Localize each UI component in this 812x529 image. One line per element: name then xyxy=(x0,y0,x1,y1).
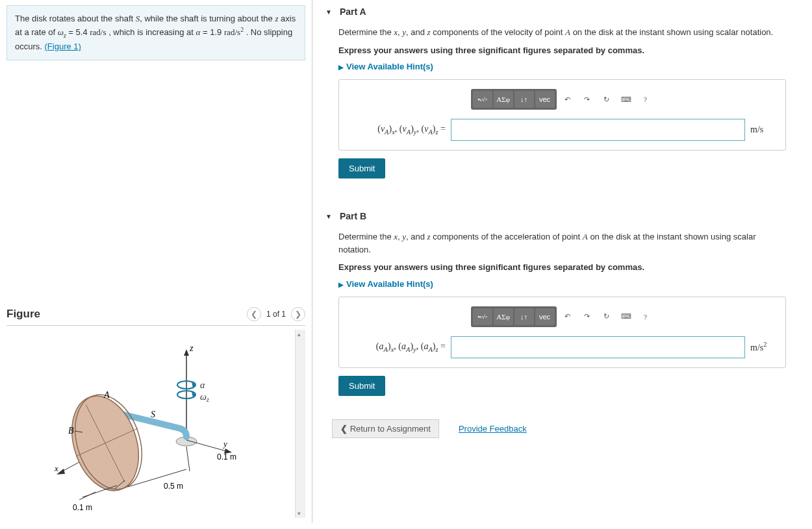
svg-text:x: x xyxy=(54,463,58,473)
figure-scrollbar[interactable] xyxy=(295,330,305,518)
svg-text:α: α xyxy=(200,380,205,390)
undo-button[interactable]: ↶ xyxy=(559,91,576,108)
figure-image: z α ωz S xyxy=(6,330,295,518)
part-a-header[interactable]: ▼ Part A xyxy=(312,0,812,23)
subscript-button[interactable]: ↓↑ xyxy=(514,91,534,108)
part-a-answer-input[interactable] xyxy=(451,119,745,141)
part-b-format: Express your answers using three signifi… xyxy=(338,261,786,274)
svg-marker-1 xyxy=(184,349,189,356)
help-button[interactable]: ? xyxy=(637,91,654,108)
redo-button[interactable]: ↷ xyxy=(579,308,596,325)
part-a-variable-label: (vA)x, (vA)y, (vA)z = xyxy=(348,124,446,136)
part-b-answer-box: ▪x√▫ ΑΣφ ↓↑ vec ↶ ↷ ↻ ⌨ ? (aA)x, (aA)y, … xyxy=(338,297,786,368)
figure-section: Figure ❮ 1 of 1 ❯ z xyxy=(6,307,305,518)
keyboard-button[interactable]: ⌨ xyxy=(618,308,635,325)
return-button[interactable]: ❮ Return to Assignment xyxy=(332,419,439,438)
part-a-toolbar: ▪x√▫ ΑΣφ ↓↑ vec ↶ ↷ ↻ ⌨ ? xyxy=(348,89,776,110)
reset-button[interactable]: ↻ xyxy=(598,91,615,108)
svg-text:B: B xyxy=(68,426,74,436)
vector-button[interactable]: vec xyxy=(535,91,555,108)
part-b-submit-button[interactable]: Submit xyxy=(338,376,385,396)
svg-text:y: y xyxy=(222,439,227,449)
figure-counter: 1 of 1 xyxy=(266,310,286,319)
part-a-answer-box: ▪x√▫ ΑΣφ ↓↑ vec ↶ ↷ ↻ ⌨ ? (vA)x, (vA)y, … xyxy=(338,79,786,151)
figure-prev-button[interactable]: ❮ xyxy=(247,307,261,321)
part-b-hints-toggle[interactable]: ▶View Available Hint(s) xyxy=(338,279,786,289)
help-button[interactable]: ? xyxy=(637,308,654,325)
svg-text:A: A xyxy=(103,390,110,400)
part-a-hints-toggle[interactable]: ▶View Available Hint(s) xyxy=(338,62,786,71)
keyboard-button[interactable]: ⌨ xyxy=(618,91,635,108)
collapse-icon: ▼ xyxy=(325,8,332,16)
part-b-header[interactable]: ▼ Part B xyxy=(312,204,812,228)
figure-link[interactable]: (Figure 1) xyxy=(45,42,81,51)
subscript-button[interactable]: ↓↑ xyxy=(514,308,534,325)
part-b-instruction: Determine the x, y, and z components of … xyxy=(338,230,786,256)
undo-button[interactable]: ↶ xyxy=(559,308,576,325)
feedback-link[interactable]: Provide Feedback xyxy=(459,424,527,434)
part-a-format: Express your answers using three signifi… xyxy=(338,44,786,57)
part-a-unit: m/s xyxy=(750,125,776,135)
svg-text:S: S xyxy=(151,410,155,419)
collapse-icon: ▼ xyxy=(325,213,332,220)
greek-button[interactable]: ΑΣφ xyxy=(494,91,513,108)
figure-title: Figure xyxy=(6,308,40,321)
part-a-instruction: Determine the x, y, and z components of … xyxy=(338,26,786,39)
svg-line-25 xyxy=(82,486,117,497)
template-button[interactable]: ▪x√▫ xyxy=(473,91,492,108)
svg-text:0.5 m: 0.5 m xyxy=(164,482,183,491)
svg-text:0.1 m: 0.1 m xyxy=(217,452,236,461)
redo-button[interactable]: ↷ xyxy=(579,91,596,108)
reset-button[interactable]: ↻ xyxy=(598,308,615,325)
svg-text:0.1 m: 0.1 m xyxy=(73,503,92,512)
part-b-variable-label: (aA)x, (aA)y, (aA)z = xyxy=(348,341,446,353)
problem-statement: The disk rotates about the shaft S, whil… xyxy=(6,5,305,60)
part-a-submit-button[interactable]: Submit xyxy=(338,158,385,178)
part-b-answer-input[interactable] xyxy=(451,336,745,358)
svg-text:ωz: ωz xyxy=(200,392,209,403)
template-button[interactable]: ▪x√▫ xyxy=(473,308,492,325)
vector-button[interactable]: vec xyxy=(535,308,555,325)
figure-next-button[interactable]: ❯ xyxy=(291,307,305,321)
greek-button[interactable]: ΑΣφ xyxy=(494,308,513,325)
part-b-toolbar: ▪x√▫ ΑΣφ ↓↑ vec ↶ ↷ ↻ ⌨ ? xyxy=(348,306,776,327)
part-b-unit: m/s2 xyxy=(750,341,776,353)
svg-text:z: z xyxy=(189,343,194,353)
svg-line-11 xyxy=(186,440,229,452)
